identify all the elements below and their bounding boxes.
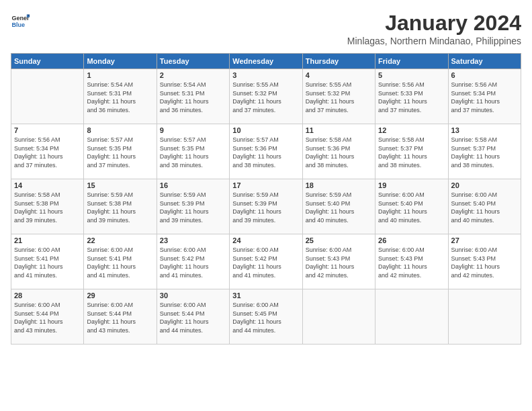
day-number: 17 [232, 181, 299, 189]
day-number: 12 [378, 126, 445, 134]
day-number: 24 [232, 236, 299, 244]
day-info: Sunrise: 5:58 AM Sunset: 5:37 PM Dayligh… [378, 136, 445, 169]
day-number: 31 [232, 291, 299, 300]
day-number: 23 [160, 236, 226, 244]
day-info: Sunrise: 6:00 AM Sunset: 5:42 PM Dayligh… [232, 246, 299, 279]
day-info: Sunrise: 5:57 AM Sunset: 5:36 PM Dayligh… [232, 136, 299, 169]
day-info: Sunrise: 6:00 AM Sunset: 5:43 PM Dayligh… [451, 246, 518, 279]
day-cell: 6Sunrise: 5:56 AM Sunset: 5:34 PM Daylig… [448, 69, 521, 124]
svg-text:Blue: Blue [11, 21, 25, 28]
day-info: Sunrise: 6:00 AM Sunset: 5:41 PM Dayligh… [14, 246, 81, 279]
day-cell: 28Sunrise: 6:00 AM Sunset: 5:44 PM Dayli… [11, 289, 84, 345]
day-number: 26 [378, 236, 445, 244]
day-cell: 18Sunrise: 5:59 AM Sunset: 5:40 PM Dayli… [302, 179, 375, 234]
day-cell: 19Sunrise: 6:00 AM Sunset: 5:40 PM Dayli… [375, 179, 448, 234]
day-number: 3 [232, 71, 299, 79]
day-info: Sunrise: 5:57 AM Sunset: 5:35 PM Dayligh… [160, 136, 226, 169]
day-info: Sunrise: 6:00 AM Sunset: 5:45 PM Dayligh… [232, 301, 299, 334]
day-number: 15 [87, 181, 153, 189]
day-cell: 3Sunrise: 5:55 AM Sunset: 5:32 PM Daylig… [230, 69, 302, 124]
day-cell: 23Sunrise: 6:00 AM Sunset: 5:42 PM Dayli… [157, 234, 229, 289]
day-number: 19 [378, 181, 445, 189]
day-info: Sunrise: 6:00 AM Sunset: 5:41 PM Dayligh… [87, 246, 153, 279]
day-cell: 27Sunrise: 6:00 AM Sunset: 5:43 PM Dayli… [448, 234, 521, 289]
day-info: Sunrise: 5:59 AM Sunset: 5:39 PM Dayligh… [232, 191, 299, 224]
col-header-wednesday: Wednesday [230, 54, 302, 69]
day-info: Sunrise: 6:00 AM Sunset: 5:40 PM Dayligh… [378, 191, 445, 224]
day-number: 6 [451, 71, 518, 79]
day-info: Sunrise: 5:59 AM Sunset: 5:40 PM Dayligh… [306, 191, 372, 224]
day-cell: 15Sunrise: 5:59 AM Sunset: 5:38 PM Dayli… [84, 179, 157, 234]
day-cell: 9Sunrise: 5:57 AM Sunset: 5:35 PM Daylig… [157, 124, 229, 179]
day-info: Sunrise: 5:55 AM Sunset: 5:32 PM Dayligh… [232, 81, 299, 114]
day-number: 25 [306, 236, 372, 244]
day-cell: 20Sunrise: 6:00 AM Sunset: 5:40 PM Dayli… [448, 179, 521, 234]
day-cell: 8Sunrise: 5:57 AM Sunset: 5:35 PM Daylig… [84, 124, 157, 179]
day-cell: 5Sunrise: 5:56 AM Sunset: 5:33 PM Daylig… [375, 69, 448, 124]
week-row-5: 28Sunrise: 6:00 AM Sunset: 5:44 PM Dayli… [11, 289, 521, 345]
day-number: 18 [306, 181, 372, 189]
day-number: 4 [306, 71, 372, 79]
month-title: January 2024 [347, 11, 521, 36]
day-info: Sunrise: 5:55 AM Sunset: 5:32 PM Dayligh… [306, 81, 372, 114]
day-info: Sunrise: 6:00 AM Sunset: 5:42 PM Dayligh… [160, 246, 226, 279]
day-info: Sunrise: 5:54 AM Sunset: 5:31 PM Dayligh… [160, 81, 226, 114]
day-cell: 17Sunrise: 5:59 AM Sunset: 5:39 PM Dayli… [230, 179, 302, 234]
day-number: 11 [306, 126, 372, 134]
day-cell: 24Sunrise: 6:00 AM Sunset: 5:42 PM Dayli… [230, 234, 302, 289]
header: General Blue January 2024 Minlagas, Nort… [11, 11, 521, 46]
day-number: 21 [14, 236, 81, 244]
day-cell: 25Sunrise: 6:00 AM Sunset: 5:43 PM Dayli… [302, 234, 375, 289]
week-row-1: 1Sunrise: 5:54 AM Sunset: 5:31 PM Daylig… [11, 69, 521, 124]
week-row-3: 14Sunrise: 5:58 AM Sunset: 5:38 PM Dayli… [11, 179, 521, 234]
day-number: 16 [160, 181, 226, 189]
day-cell: 1Sunrise: 5:54 AM Sunset: 5:31 PM Daylig… [84, 69, 157, 124]
day-cell: 14Sunrise: 5:58 AM Sunset: 5:38 PM Dayli… [11, 179, 84, 234]
day-info: Sunrise: 6:00 AM Sunset: 5:44 PM Dayligh… [87, 301, 153, 334]
day-cell: 22Sunrise: 6:00 AM Sunset: 5:41 PM Dayli… [84, 234, 157, 289]
day-number: 13 [451, 126, 518, 134]
day-info: Sunrise: 5:59 AM Sunset: 5:39 PM Dayligh… [160, 191, 226, 224]
day-info: Sunrise: 5:56 AM Sunset: 5:34 PM Dayligh… [451, 81, 518, 114]
day-number: 27 [451, 236, 518, 244]
day-info: Sunrise: 5:57 AM Sunset: 5:35 PM Dayligh… [87, 136, 153, 169]
day-info: Sunrise: 6:00 AM Sunset: 5:44 PM Dayligh… [160, 301, 226, 334]
day-number: 5 [378, 71, 445, 79]
day-number: 10 [232, 126, 299, 134]
day-info: Sunrise: 5:58 AM Sunset: 5:38 PM Dayligh… [14, 191, 81, 224]
day-cell: 2Sunrise: 5:54 AM Sunset: 5:31 PM Daylig… [157, 69, 229, 124]
day-info: Sunrise: 6:00 AM Sunset: 5:43 PM Dayligh… [378, 246, 445, 279]
day-info: Sunrise: 5:56 AM Sunset: 5:34 PM Dayligh… [14, 136, 81, 169]
day-number: 2 [160, 71, 226, 79]
day-number: 14 [14, 181, 81, 189]
week-row-2: 7Sunrise: 5:56 AM Sunset: 5:34 PM Daylig… [11, 124, 521, 179]
col-header-tuesday: Tuesday [157, 54, 229, 69]
day-info: Sunrise: 5:59 AM Sunset: 5:38 PM Dayligh… [87, 191, 153, 224]
day-number: 20 [451, 181, 518, 189]
day-info: Sunrise: 5:54 AM Sunset: 5:31 PM Dayligh… [87, 81, 153, 114]
col-header-saturday: Saturday [448, 54, 521, 69]
col-header-friday: Friday [375, 54, 448, 69]
day-number: 1 [87, 71, 153, 79]
logo: General Blue [11, 11, 30, 30]
col-header-sunday: Sunday [11, 54, 84, 69]
logo-icon: General Blue [11, 11, 30, 30]
day-info: Sunrise: 6:00 AM Sunset: 5:44 PM Dayligh… [14, 301, 81, 334]
day-info: Sunrise: 6:00 AM Sunset: 5:43 PM Dayligh… [306, 246, 372, 279]
day-cell: 11Sunrise: 5:58 AM Sunset: 5:36 PM Dayli… [302, 124, 375, 179]
day-number: 29 [87, 291, 153, 300]
day-number: 7 [14, 126, 81, 134]
week-row-4: 21Sunrise: 6:00 AM Sunset: 5:41 PM Dayli… [11, 234, 521, 289]
day-cell: 21Sunrise: 6:00 AM Sunset: 5:41 PM Dayli… [11, 234, 84, 289]
day-cell: 10Sunrise: 5:57 AM Sunset: 5:36 PM Dayli… [230, 124, 302, 179]
day-cell: 30Sunrise: 6:00 AM Sunset: 5:44 PM Dayli… [157, 289, 229, 345]
day-cell: 13Sunrise: 5:58 AM Sunset: 5:37 PM Dayli… [448, 124, 521, 179]
day-cell [375, 289, 448, 345]
day-cell: 16Sunrise: 5:59 AM Sunset: 5:39 PM Dayli… [157, 179, 229, 234]
day-cell: 26Sunrise: 6:00 AM Sunset: 5:43 PM Dayli… [375, 234, 448, 289]
day-number: 9 [160, 126, 226, 134]
day-cell [302, 289, 375, 345]
day-info: Sunrise: 5:58 AM Sunset: 5:36 PM Dayligh… [306, 136, 372, 169]
day-cell: 12Sunrise: 5:58 AM Sunset: 5:37 PM Dayli… [375, 124, 448, 179]
day-cell [448, 289, 521, 345]
